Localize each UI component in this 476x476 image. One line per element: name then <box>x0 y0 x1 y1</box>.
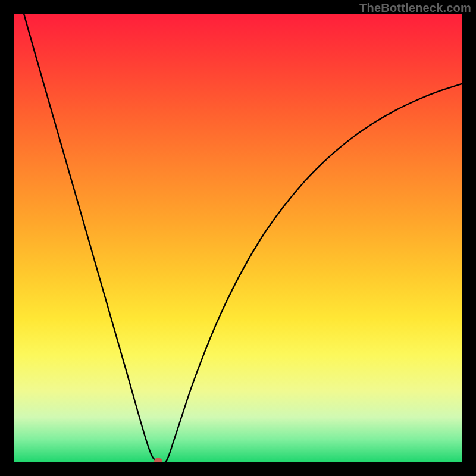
bottleneck-curve <box>14 14 462 462</box>
plot-area <box>14 14 462 462</box>
optimal-point-marker <box>154 458 162 462</box>
watermark-text: TheBottleneck.com <box>359 1 471 15</box>
